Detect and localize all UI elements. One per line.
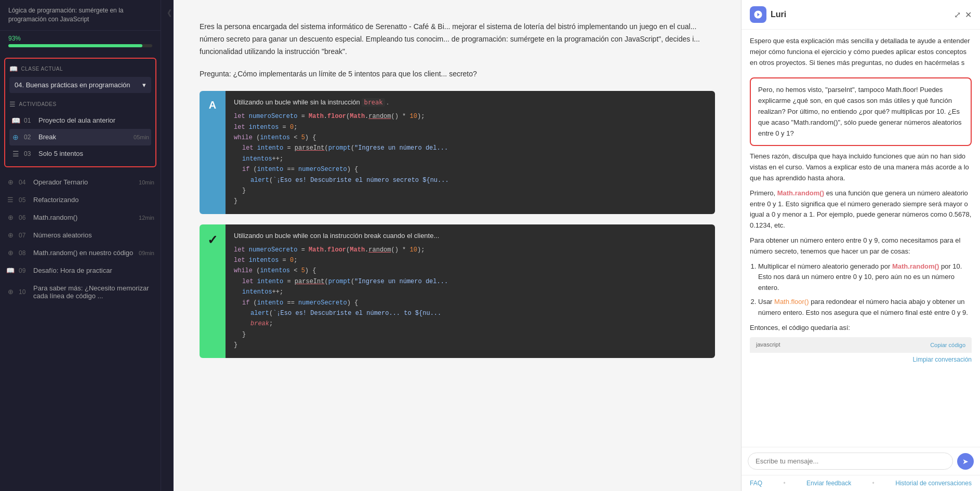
item-duration: 09min <box>139 250 154 256</box>
other-item-04[interactable]: ⊕ 04 Operador Ternario 10min <box>4 174 156 191</box>
math-random-inline: Math.random() <box>777 189 824 197</box>
answer-block-a: A Utilizando un bucle while sin la instr… <box>200 91 715 214</box>
chat-header-left: Luri <box>750 6 786 23</box>
activity-title: Break <box>38 133 129 141</box>
square-icon: ⊕ <box>6 249 15 257</box>
code-block-a: let numeroSecreto = Math.floor(Math.rand… <box>234 111 707 207</box>
ai-message-1: Espero que esta explicación más sencilla… <box>750 36 972 72</box>
item-title: Math.random() <box>33 214 135 221</box>
activity-item-03[interactable]: ☰ 03 Solo 5 intentos <box>9 145 151 162</box>
item-title: Desafío: Hora de practicar <box>33 267 150 274</box>
user-message: Pero, no hemos visto, "parseInt", tampoc… <box>750 77 972 146</box>
item-num: 10 <box>19 288 29 296</box>
item-duration: 10min <box>139 179 154 185</box>
activity-title: Proyecto del aula anterior <box>38 116 145 124</box>
item-num: 07 <box>19 232 29 239</box>
progress-label: 93% <box>8 35 152 42</box>
progress-section: 93% <box>0 31 161 54</box>
item-title: Números aleatorios <box>33 231 150 239</box>
answer-label-a: A <box>200 91 226 214</box>
inline-code-break: break <box>362 98 385 107</box>
list-icon: ☰ <box>9 100 16 108</box>
footer-separator: • <box>783 480 785 487</box>
sidebar: Lógica de programación: sumérgete en la … <box>0 0 161 491</box>
send-icon: ➤ <box>962 457 969 466</box>
other-item-06[interactable]: ⊕ 06 Math.random() 12min <box>4 209 156 227</box>
code-block-b: let numeroSecreto = Math.floor(Math.rand… <box>234 245 707 351</box>
expand-icon[interactable]: ⤢ <box>954 10 961 20</box>
current-class-section: 📖 CLASE ACTUAL 04. Buenas prácticas en p… <box>4 58 156 167</box>
close-icon[interactable]: ✕ <box>965 10 972 20</box>
book-icon: 📖 <box>11 116 20 125</box>
chevron-left-icon: 《 <box>163 8 171 19</box>
other-items-section: ⊕ 04 Operador Ternario 10min ☰ 05 Refact… <box>0 171 161 307</box>
collapse-sidebar-button[interactable]: 《 <box>161 0 174 491</box>
send-message-button[interactable]: ➤ <box>957 453 974 470</box>
list-item-2: Usar Math.floor() para redondear el núme… <box>758 297 972 319</box>
current-class-label: 📖 CLASE ACTUAL <box>9 63 151 77</box>
progress-bar <box>8 44 152 47</box>
ai-response-2-p2: Primero, Math.random() es una función qu… <box>750 188 972 231</box>
answer-block-b: ✓ Utilizando un bucle while con la instr… <box>200 224 715 358</box>
book-icon: 📖 <box>9 65 18 73</box>
question-paragraph: Pregunta: ¿Cómo implementarás un límite … <box>200 68 715 81</box>
answer-title-b: Utilizando un bucle while con la instruc… <box>234 232 707 240</box>
item-title: Math.random() en nuestro código <box>33 249 135 257</box>
chat-title: Luri <box>771 10 786 19</box>
chat-input[interactable] <box>748 453 953 470</box>
math-random-code: Math.random() <box>892 262 939 270</box>
class-name: 04. Buenas prácticas en programación <box>15 81 130 89</box>
ai-response-2-p4: Entonces, el código quedaría así: <box>750 323 972 334</box>
chat-header: Luri ⤢ ✕ <box>741 0 980 30</box>
class-dropdown[interactable]: 04. Buenas prácticas en programación ▾ <box>9 77 151 93</box>
ai-response-2-p3: Para obtener un número entero entre 0 y … <box>750 235 972 257</box>
item-num: 08 <box>19 249 29 257</box>
activity-item-02[interactable]: ⊕ 02 Break 05min <box>9 129 151 145</box>
activity-title: Solo 5 intentos <box>38 150 145 157</box>
history-link[interactable]: Historial de conversaciones <box>895 480 972 487</box>
item-title: Para saber más: ¿Necesito memorizar cada… <box>33 284 150 300</box>
other-item-10[interactable]: ⊕ 10 Para saber más: ¿Necesito memorizar… <box>4 280 156 304</box>
item-num: 06 <box>19 214 29 221</box>
chat-messages: Espero que esta explicación más sencilla… <box>741 30 980 447</box>
faq-link[interactable]: FAQ <box>750 480 762 487</box>
user-message-text: Pero, no hemos visto, "parseInt", tampoc… <box>758 86 962 137</box>
feedback-link[interactable]: Enviar feedback <box>806 480 851 487</box>
main-content-area: Eres la persona encargada del sistema in… <box>174 0 741 491</box>
chat-footer: FAQ • Enviar feedback • Historial de con… <box>741 475 980 491</box>
explanation-list: Multiplicar el número aleatorio generado… <box>758 261 972 319</box>
square-icon: ⊕ <box>6 178 15 187</box>
other-item-07[interactable]: ⊕ 07 Números aleatorios <box>4 227 156 244</box>
copy-code-button[interactable]: Copiar código <box>930 342 965 348</box>
item-num: 04 <box>19 179 29 186</box>
list-icon: ☰ <box>11 150 20 158</box>
activity-num: 03 <box>24 150 34 157</box>
activities-label: ☰ ACTIVIDADES <box>9 98 151 112</box>
list-item-1: Multiplicar el número aleatorio generado… <box>758 261 972 294</box>
activity-item-01[interactable]: 📖 01 Proyecto del aula anterior <box>9 112 151 129</box>
ai-response-2-p1: Tienes razón, disculpa que haya incluido… <box>750 151 972 183</box>
answer-label-b: ✓ <box>200 224 226 358</box>
item-title: Operador Ternario <box>33 178 135 186</box>
answer-title-a: Utilizando un bucle while sin la instruc… <box>234 98 707 106</box>
other-item-05[interactable]: ☰ 05 Refactorizando <box>4 191 156 209</box>
activity-num: 01 <box>24 117 34 124</box>
chat-panel: Luri ⤢ ✕ Espero que esta explicación más… <box>741 0 980 491</box>
code-lang-label: javascript <box>756 340 780 350</box>
item-num: 09 <box>19 267 29 274</box>
clear-conversation-button[interactable]: Limpiar conversación <box>750 356 972 363</box>
chevron-down-icon: ▾ <box>142 81 146 89</box>
activity-duration: 05min <box>134 134 149 140</box>
intro-paragraph: Eres la persona encargada del sistema in… <box>200 21 715 58</box>
other-item-08[interactable]: ⊕ 08 Math.random() en nuestro código 09m… <box>4 244 156 262</box>
other-item-09[interactable]: 📖 09 Desafío: Hora de practicar <box>4 262 156 280</box>
math-floor-code: Math.floor() <box>774 298 809 306</box>
activity-num: 02 <box>24 134 34 141</box>
ai-message-2: Tienes razón, disculpa que haya incluido… <box>750 151 972 363</box>
progress-fill <box>8 44 142 47</box>
code-snippet-header: javascript Copiar código <box>750 337 972 353</box>
answer-content-a: Utilizando un bucle while sin la instruc… <box>226 91 715 214</box>
plus-icon: ⊕ <box>6 288 15 296</box>
square-icon: ⊕ <box>6 231 15 240</box>
footer-separator-2: • <box>872 480 875 487</box>
